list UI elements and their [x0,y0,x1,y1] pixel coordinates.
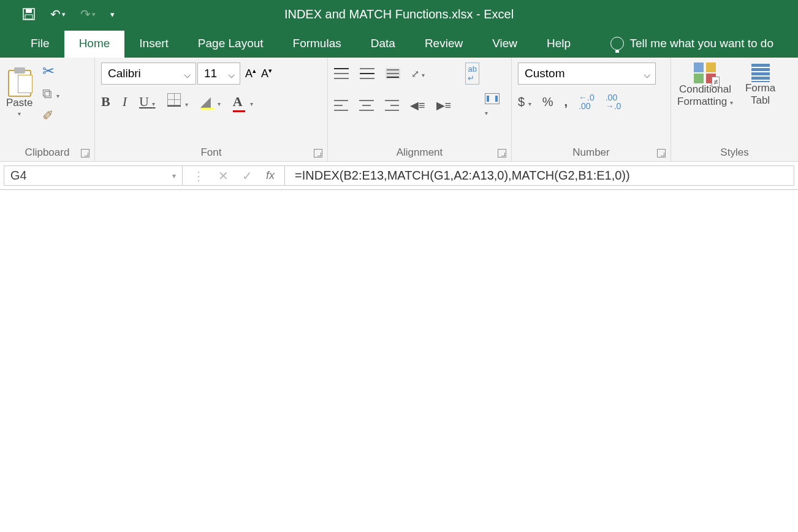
group-clipboard: Paste▾ ✂ ⧉ ▾ ✐ Clipboard [0,58,95,161]
group-alignment: ⤢ ▾ ab↵ ◀≡ ▶≡ ▾ Alignment [328,58,512,161]
number-dialog-launcher[interactable] [657,149,666,158]
tab-review[interactable]: Review [410,31,477,58]
svg-rect-1 [26,9,32,13]
group-number: Custom⌵ $ ▾ % , ←.0.00 .00→.0 Number [512,58,671,161]
format-painter-button[interactable]: ✐ [42,108,59,124]
align-middle-button[interactable] [360,68,374,79]
decrease-decimal-button[interactable]: .00→.0 [606,93,621,110]
orientation-button[interactable]: ⤢ ▾ [411,68,425,80]
font-dialog-launcher[interactable] [314,149,322,158]
comma-button[interactable]: , [564,95,568,109]
font-size-combo[interactable]: 11⌵ [197,63,240,85]
clipboard-dialog-launcher[interactable] [81,149,89,158]
italic-button[interactable]: I [123,94,127,110]
format-as-table-button[interactable]: Forma Tabl [745,64,775,107]
spreadsheet-grid[interactable] [0,190,798,509]
align-bottom-button[interactable] [386,68,400,79]
tab-formulas[interactable]: Formulas [278,31,356,58]
tab-insert[interactable]: Insert [124,31,183,58]
wrap-text-button[interactable]: ab↵ [465,63,479,85]
tab-data[interactable]: Data [356,31,410,58]
merge-icon [485,93,500,104]
accounting-format-button[interactable]: $ ▾ [518,95,531,109]
conditional-formatting-button[interactable]: Conditional Formatting ▾ [677,63,733,108]
align-right-button[interactable] [385,100,399,111]
qat-customize-icon[interactable]: ▾ [105,7,120,21]
cancel-formula-button[interactable]: ✕ [218,169,229,183]
quick-access-toolbar: ↶▾ ↷▾ ▾ [0,4,120,24]
bold-button[interactable]: B [101,94,110,110]
redo-button[interactable]: ↷▾ [75,4,101,24]
font-color-button[interactable]: A ▾ [233,94,253,110]
increase-decimal-button[interactable]: ←.0.00 [579,93,595,110]
number-format-combo[interactable]: Custom⌵ [518,63,656,85]
fill-icon [200,94,214,107]
undo-button[interactable]: ↶▾ [45,4,70,24]
tab-help[interactable]: Help [532,31,585,58]
enter-formula-button[interactable]: ✓ [242,169,253,183]
fill-color-button[interactable]: ▾ [200,94,221,110]
tell-me-search[interactable]: Tell me what you want to do [604,37,786,58]
formula-input[interactable]: =INDEX(B2:E13,MATCH(G1,A2:A13,0),MATCH(G… [285,165,794,186]
document-title: INDEX and MATCH Functions.xlsx - Excel [0,7,798,21]
group-label-styles: Styles [677,144,792,160]
paste-icon [8,70,31,97]
tab-view[interactable]: View [477,31,532,58]
percent-button[interactable]: % [542,95,553,109]
tab-file[interactable]: File [16,31,64,58]
border-icon [167,93,181,107]
align-top-button[interactable] [334,68,349,79]
alignment-dialog-launcher[interactable] [498,149,506,158]
copy-button[interactable]: ⧉ ▾ [42,86,59,102]
group-label-number: Number [518,144,664,160]
lightbulb-icon [610,37,624,50]
group-label-font: Font [101,144,321,160]
paste-button[interactable]: Paste▾ [6,70,32,117]
font-name-combo[interactable]: Calibri⌵ [101,63,196,85]
shrink-font-button[interactable]: A▾ [261,67,272,80]
border-button[interactable]: ▾ [167,93,188,110]
decrease-indent-button[interactable]: ◀≡ [410,99,425,112]
save-icon[interactable] [17,5,40,23]
group-label-clipboard: Clipboard [6,144,88,160]
formula-bar: G4▾ ⋮ ✕ ✓ fx =INDEX(B2:E13,MATCH(G1,A2:A… [0,162,798,190]
group-styles: Conditional Formatting ▾ Forma Tabl Styl… [671,58,798,161]
group-font: Calibri⌵ 11⌵ A▴ A▾ B I U ▾ ▾ ▾ A ▾ Font [95,58,328,161]
align-center-button[interactable] [359,100,373,111]
increase-indent-button[interactable]: ▶≡ [436,99,452,112]
ribbon: Paste▾ ✂ ⧉ ▾ ✐ Clipboard Calibri⌵ 11⌵ A▴… [0,58,798,162]
font-color-icon: A [233,94,246,110]
underline-button[interactable]: U ▾ [139,94,155,110]
name-box[interactable]: G4▾ [4,165,183,186]
cut-button[interactable]: ✂ [42,63,59,80]
tab-home[interactable]: Home [64,31,125,58]
titlebar: ↶▾ ↷▾ ▾ INDEX and MATCH Functions.xlsx -… [0,0,798,28]
svg-rect-2 [25,15,32,19]
grow-font-button[interactable]: A▴ [245,67,256,80]
conditional-formatting-icon [694,63,716,83]
group-label-alignment: Alignment [334,144,505,160]
insert-function-button[interactable]: fx [266,169,275,182]
ribbon-tabs: File Home Insert Page Layout Formulas Da… [0,28,798,58]
align-left-button[interactable] [334,100,348,111]
merge-center-button[interactable]: ▾ [485,93,505,118]
tab-pagelayout[interactable]: Page Layout [183,31,278,58]
table-icon [751,64,770,82]
